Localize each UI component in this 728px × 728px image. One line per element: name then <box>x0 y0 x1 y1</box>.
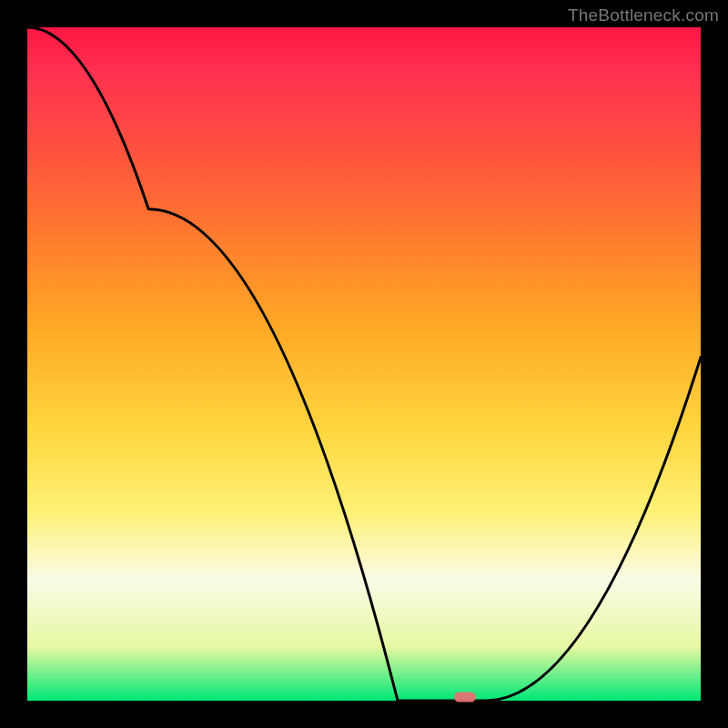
optimal-point-marker <box>454 693 476 703</box>
plot-area <box>27 27 701 701</box>
bottleneck-curve <box>27 27 701 701</box>
attribution-label: TheBottleneck.com <box>568 5 719 25</box>
chart-container: TheBottleneck.com <box>0 0 728 728</box>
